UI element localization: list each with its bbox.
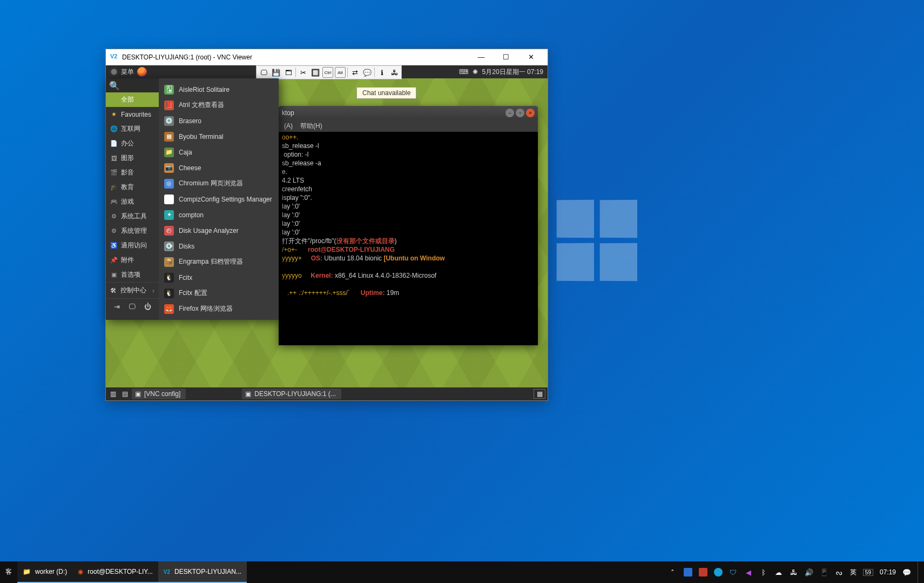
taskbar-app[interactable]: V2 DESKTOP-LIYUJIAN... (158, 561, 247, 583)
taskbar-label: DESKTOP-LIYUJIANG:1 (... (254, 390, 335, 398)
tray-app-icon[interactable] (684, 568, 692, 577)
category-item[interactable]: 🎬影音 (106, 165, 159, 180)
vnc-titlebar[interactable]: V2 DESKTOP-LIYUJIANG:1 (root) - VNC View… (106, 49, 548, 65)
category-item[interactable]: 🎮游戏 (106, 195, 159, 209)
vnc-icon: V2 (164, 569, 170, 575)
tray-bluetooth-icon[interactable]: ᛒ (759, 568, 768, 577)
terminal-title: ktop (282, 109, 505, 117)
app-item[interactable]: 🐧Fcitx (159, 270, 279, 285)
maximize-button[interactable]: ☐ (494, 50, 518, 65)
category-item[interactable]: 📄办公 (106, 136, 159, 151)
guest-indicator[interactable]: 客 (0, 561, 17, 583)
app-item[interactable]: 🂡AisleRiot Solitaire (159, 82, 279, 97)
ctrl-icon[interactable]: Ctrl (322, 67, 333, 78)
app-label: compton (179, 211, 204, 219)
keyboard-icon[interactable]: ⌨ (459, 68, 468, 76)
apps-icon[interactable]: ▤ (120, 390, 130, 398)
close-button[interactable]: ✕ (518, 50, 543, 65)
category-item[interactable]: ♿通用访问 (106, 238, 159, 253)
chevron-right-icon: › (152, 287, 154, 294)
app-icon: 📦 (164, 257, 174, 267)
tray-app-icon[interactable] (714, 568, 723, 577)
tray-app-icon[interactable] (699, 568, 707, 577)
category-item[interactable]: 📌附件 (106, 253, 159, 267)
app-item[interactable]: 🦊Firefox 网络浏览器 (159, 301, 279, 317)
term-minimize-button[interactable]: – (505, 109, 514, 117)
app-item[interactable]: 📕Atril 文档查看器 (159, 97, 279, 113)
taskbar-item[interactable]: ▣ DESKTOP-LIYUJIANG:1 (... (242, 388, 341, 399)
tray-mobile-icon[interactable]: 📱 (820, 568, 828, 577)
app-item[interactable]: 📦Engrampa 归档管理器 (159, 254, 279, 270)
session-icon[interactable]: 🖧 (389, 67, 400, 78)
power-icon[interactable]: ⏻ (143, 302, 153, 312)
tray-security-icon[interactable]: 🛡 (729, 568, 738, 577)
system-icon[interactable] (109, 67, 119, 77)
save-icon[interactable]: 💾 (271, 67, 281, 78)
taskbar-app-label: DESKTOP-LIYUJIAN... (174, 568, 241, 575)
app-item[interactable]: 💿Brasero (159, 113, 279, 129)
category-item[interactable]: ★Favourites (106, 107, 159, 122)
lock-icon[interactable]: 🖵 (127, 302, 137, 312)
info-icon[interactable]: ℹ (376, 67, 387, 78)
category-item[interactable]: ▣首选项 (106, 267, 159, 282)
scale-icon[interactable]: 🔲 (310, 67, 321, 78)
tray-drive-icon[interactable]: ᔓ (835, 568, 844, 577)
ime-mode[interactable]: 59 (863, 569, 873, 576)
app-item[interactable]: ⚙CompizConfig Settings Manager (159, 191, 279, 207)
app-item[interactable]: ◴Disk Usage Analyzer (159, 223, 279, 238)
category-icon: ★ (110, 96, 118, 104)
minimize-button[interactable]: — (469, 50, 494, 65)
tray-network-icon[interactable]: 🖧 (790, 568, 798, 577)
app-item[interactable]: 📁Caja (159, 144, 279, 160)
options-icon[interactable]: 🗔 (283, 67, 294, 78)
clock[interactable]: 5月20日星期一 07:19 (482, 68, 543, 77)
app-item[interactable]: ✦compton (159, 207, 279, 223)
tray-expand-icon[interactable]: ˄ (669, 568, 677, 577)
category-label: 互联网 (121, 124, 140, 133)
logout-icon[interactable]: ⇥ (112, 302, 122, 312)
tray-arrow-icon[interactable]: ◀ (744, 568, 753, 577)
category-item[interactable]: ⚙系统工具 (106, 209, 159, 224)
control-center[interactable]: 🛠 控制中心 › (106, 282, 159, 298)
terminal-output[interactable]: oo++.sb_release -l option: -lsb_release … (279, 132, 538, 345)
app-item[interactable]: 💽Disks (159, 238, 279, 254)
term-menu-item[interactable]: 帮助(H) (300, 122, 322, 131)
ime-lang[interactable]: 英 (850, 568, 856, 577)
category-label: 游戏 (121, 197, 134, 206)
vnc-window: V2 DESKTOP-LIYUJIANG:1 (root) - VNC View… (105, 49, 548, 401)
firefox-launcher-icon[interactable] (137, 67, 147, 77)
taskbar-app[interactable]: ◉ root@DESKTOP-LIY... (72, 561, 158, 583)
clock[interactable]: 07:19 (880, 568, 896, 576)
category-item[interactable]: ⚙系统管理 (106, 224, 159, 238)
app-icon: ◎ (164, 179, 174, 189)
menu-button[interactable]: 菜单 (121, 68, 134, 77)
workspace-switcher[interactable]: ▦ (534, 389, 545, 399)
tray-onedrive-icon[interactable]: ☁ (774, 568, 783, 577)
taskbar-app[interactable]: 📁 worker (D:) (17, 561, 72, 583)
app-item[interactable]: ▦Byobu Terminal (159, 129, 279, 144)
app-item[interactable]: 📷Cheese (159, 160, 279, 176)
category-item[interactable]: ★全部 (106, 92, 159, 107)
app-item[interactable]: ◎Chromium 网页浏览器 (159, 176, 279, 191)
transfer-icon[interactable]: ⇄ (349, 67, 360, 78)
category-item[interactable]: 🖼图形 (106, 151, 159, 165)
tray-volume-icon[interactable]: 🔊 (805, 568, 813, 577)
category-item[interactable]: 🎓教育 (106, 180, 159, 195)
show-desktop-button[interactable] (918, 561, 921, 583)
term-maximize-button[interactable]: ▫ (516, 109, 524, 117)
alt-icon[interactable]: Alt (335, 67, 346, 78)
taskbar-item[interactable]: ▣ [VNC config] (132, 388, 186, 399)
terminal-titlebar[interactable]: ktop – ▫ × (279, 106, 538, 120)
notification-icon[interactable]: 💬 (902, 568, 911, 577)
app-label: Caja (179, 149, 192, 156)
show-desktop-icon[interactable]: ▥ (108, 390, 118, 398)
control-center-label: 控制中心 (120, 286, 146, 295)
app-item[interactable]: 🐧Fcitx 配置 (159, 285, 279, 301)
chat-icon[interactable]: 💬 (362, 67, 373, 78)
term-menu-item[interactable]: (A) (284, 122, 293, 130)
fullscreen-icon[interactable]: 🖵 (258, 67, 269, 78)
term-close-button[interactable]: × (526, 109, 535, 117)
category-item[interactable]: 🌐互联网 (106, 122, 159, 136)
tools-icon[interactable]: ✂ (298, 67, 308, 78)
settings-gear-icon[interactable]: ✺ (473, 68, 478, 76)
